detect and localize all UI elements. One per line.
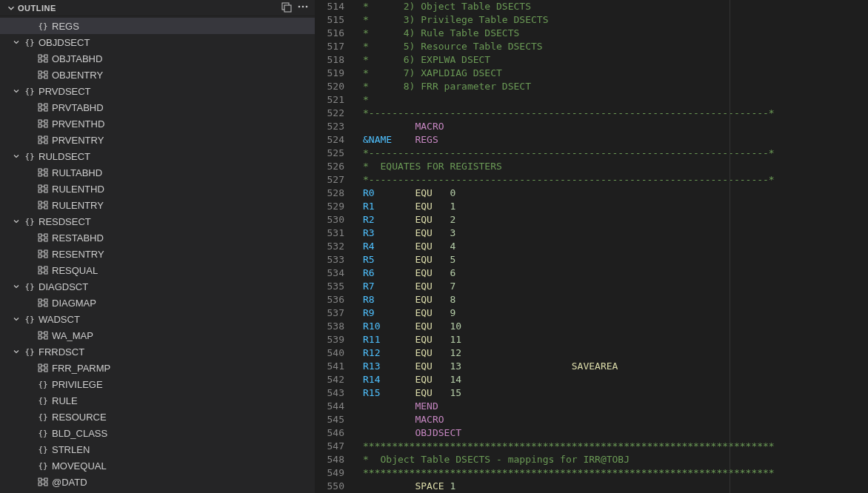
code-line[interactable]: R11 EQU 11	[363, 333, 795, 346]
code-line[interactable]: *---------------------------------------…	[363, 107, 795, 120]
line-number: 534	[315, 266, 344, 280]
outline-item-diagdsct[interactable]: DIAGDSCT	[0, 278, 315, 295]
code-line[interactable]: * 7) XAPLDIAG DSECT	[363, 67, 795, 80]
code-line[interactable]: R1 EQU 1	[363, 200, 795, 213]
code-line[interactable]: *---------------------------------------…	[363, 173, 795, 187]
outline-item-prvtabhd[interactable]: PRVTABHD	[0, 99, 315, 115]
code-line[interactable]: R6 EQU 6	[363, 266, 795, 280]
code-line[interactable]: R0 EQU 0	[363, 187, 795, 200]
line-number: 544	[315, 400, 344, 413]
svg-rect-44	[44, 190, 47, 192]
code-line[interactable]: MACRO	[363, 120, 795, 133]
code-line[interactable]: R7 EQU 7	[363, 280, 795, 293]
code-line[interactable]: * 5) Resource Table DSECTS	[363, 40, 795, 53]
code-line[interactable]: R8 EQU 8	[363, 293, 795, 306]
chevron-down-icon[interactable]	[10, 281, 22, 292]
outline-item-strlen[interactable]: STRLEN	[0, 441, 315, 457]
code-line[interactable]: SPACE 1	[363, 480, 795, 493]
code-line[interactable]: ****************************************…	[363, 440, 795, 453]
outline-item-label: @DATD	[52, 477, 87, 488]
line-number: 516	[315, 27, 344, 40]
outline-item-objdsect[interactable]: OBJDSECT	[0, 34, 315, 50]
code-line[interactable]: R2 EQU 2	[363, 213, 795, 227]
svg-rect-32	[44, 141, 47, 144]
svg-rect-80	[44, 336, 47, 339]
line-number: 518	[315, 53, 344, 67]
code-line[interactable]: &NAME REGS	[363, 133, 795, 147]
outline-list[interactable]: REGSOBJDSECTOBJTABHDOBJENTRYPRVDSECTPRVT…	[0, 16, 315, 493]
code-line[interactable]: * Object Table DSECTS - mappings for IRR…	[363, 453, 795, 466]
outline-item-resentry[interactable]: RESENTRY	[0, 246, 315, 262]
outline-item-wa_map[interactable]: WA_MAP	[0, 327, 315, 343]
struct-icon	[37, 183, 49, 195]
code-line[interactable]: R10 EQU 10	[363, 320, 795, 333]
code-line[interactable]: R9 EQU 9	[363, 306, 795, 320]
code-line[interactable]: ****************************************…	[363, 466, 795, 480]
outline-item-restabhd[interactable]: RESTABHD	[0, 229, 315, 246]
chevron-down-icon[interactable]	[10, 313, 22, 325]
outline-item-rultabhd[interactable]: RULTABHD	[0, 164, 315, 181]
code-line[interactable]: * 4) Rule Table DSECTS	[363, 27, 795, 40]
outline-item-prventhd[interactable]: PRVENTHD	[0, 115, 315, 132]
struct-icon	[37, 118, 49, 130]
code-line[interactable]: R12 EQU 12	[363, 346, 795, 360]
outline-item-resqual[interactable]: RESQUAL	[0, 262, 315, 278]
outline-item-rulentry[interactable]: RULENTRY	[0, 197, 315, 213]
outline-item-prventry[interactable]: PRVENTRY	[0, 132, 315, 148]
code-line[interactable]: * 2) Object Table DSECTS	[363, 0, 795, 13]
code-editor[interactable]: 5145155165175185195205215225235245255265…	[315, 0, 868, 493]
outline-item-objtabhd[interactable]: OBJTABHD	[0, 50, 315, 67]
outline-item-label: PRVENTHD	[52, 118, 104, 130]
line-number: 535	[315, 280, 344, 293]
chevron-down-icon[interactable]	[10, 215, 22, 227]
code-line[interactable]: R5 EQU 5	[363, 253, 795, 266]
code-line[interactable]: MEND	[363, 400, 795, 413]
outline-item-bld_class[interactable]: BLD_CLASS	[0, 425, 315, 441]
code-line[interactable]: * EQUATES FOR REGISTERS	[363, 160, 795, 173]
outline-item-diagmap[interactable]: DIAGMAP	[0, 295, 315, 311]
namespace-icon	[37, 378, 49, 390]
code-line[interactable]: * 8) FRR parameter DSECT	[363, 80, 795, 93]
outline-item-movequal[interactable]: MOVEQUAL	[0, 457, 315, 474]
struct-icon	[37, 69, 49, 81]
outline-item-rulenthd[interactable]: RULENTHD	[0, 181, 315, 197]
outline-item-rule[interactable]: RULE	[0, 392, 315, 409]
svg-rect-66	[39, 271, 41, 274]
outline-item-ruldsect[interactable]: RULDSECT	[0, 148, 315, 164]
outline-item-frrdsct[interactable]: FRRDSCT	[0, 343, 315, 360]
chevron-down-icon[interactable]	[10, 36, 22, 48]
outline-item-frr_parmp[interactable]: FRR_PARMP	[0, 360, 315, 376]
outline-item-resdsect[interactable]: RESDSECT	[0, 213, 315, 229]
code-line[interactable]: R4 EQU 4	[363, 240, 795, 253]
outline-item-privilege[interactable]: PRIVILEGE	[0, 376, 315, 392]
code-line[interactable]: *	[363, 93, 795, 107]
svg-rect-41	[39, 185, 41, 188]
outline-item-prvdsect[interactable]: PRVDSECT	[0, 83, 315, 99]
svg-rect-60	[39, 255, 41, 258]
code-line[interactable]: OBJDSECT	[363, 426, 795, 440]
chevron-down-icon[interactable]	[10, 346, 22, 358]
more-actions-icon[interactable]	[297, 1, 309, 16]
chevron-down-icon[interactable]	[10, 150, 22, 162]
chevron-down-icon[interactable]	[10, 85, 22, 97]
outline-header[interactable]: OUTLINE	[0, 0, 315, 16]
code-line[interactable]: MACRO	[363, 413, 795, 426]
code-line[interactable]: R13 EQU 13 SAVEAREA	[363, 360, 795, 373]
code-line[interactable]: * 3) Privilege Table DSECTS	[363, 13, 795, 27]
outline-item-wadsct[interactable]: WADSCT	[0, 311, 315, 327]
outline-item-objentry[interactable]: OBJENTRY	[0, 67, 315, 83]
line-number: 545	[315, 413, 344, 426]
code-line[interactable]: R14 EQU 14	[363, 373, 795, 386]
minimap[interactable]	[795, 0, 868, 493]
outline-item-regs[interactable]: REGS	[0, 18, 315, 34]
code-line[interactable]: R15 EQU 15	[363, 386, 795, 400]
code-line[interactable]: * 6) EXPLWA DSECT	[363, 53, 795, 67]
code-line[interactable]: R3 EQU 3	[363, 227, 795, 240]
struct-icon	[37, 248, 49, 260]
outline-item-label: RULDSECT	[39, 151, 90, 162]
collapse-all-icon[interactable]	[281, 1, 293, 16]
outline-item-@datd[interactable]: @DATD	[0, 474, 315, 490]
code-line[interactable]: *---------------------------------------…	[363, 147, 795, 160]
svg-rect-62	[44, 255, 47, 258]
outline-item-resource[interactable]: RESOURCE	[0, 409, 315, 425]
